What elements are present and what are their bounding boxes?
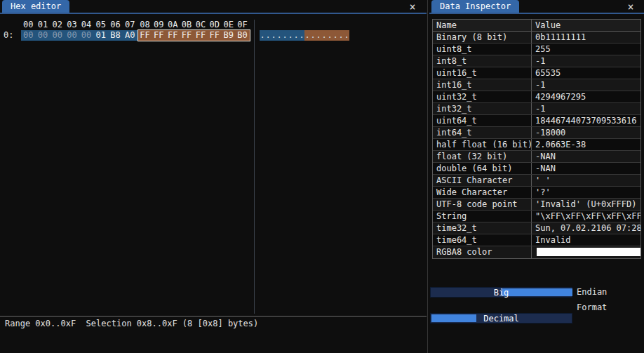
table-row[interactable]: int32_t-1 bbox=[433, 103, 640, 115]
table-row[interactable]: ASCII Character' ' bbox=[433, 175, 640, 187]
hex-byte-cell[interactable]: 00 bbox=[50, 30, 65, 41]
row-value[interactable]: Invalid bbox=[532, 234, 640, 246]
row-value[interactable]: 2.0663E-38 bbox=[532, 139, 640, 150]
hex-byte-cell[interactable]: B0 bbox=[236, 30, 250, 41]
endian-slider[interactable]: Big bbox=[430, 287, 572, 298]
table-row[interactable]: int16_t-1 bbox=[433, 79, 640, 91]
row-value[interactable]: 4294967295 bbox=[532, 91, 640, 102]
ascii-cell[interactable]: . bbox=[327, 30, 333, 41]
ascii-cell[interactable]: . bbox=[265, 30, 271, 41]
ascii-cell[interactable]: . bbox=[293, 30, 299, 41]
ascii-selection-orange[interactable]: ........ bbox=[304, 30, 349, 41]
ascii-cell[interactable]: . bbox=[282, 30, 288, 41]
row-value[interactable]: 65535 bbox=[532, 67, 640, 79]
tabbar-underline bbox=[429, 13, 644, 14]
table-row[interactable]: double (64 bit)-NAN bbox=[433, 163, 640, 175]
ascii-cell[interactable]: . bbox=[321, 30, 327, 41]
row-value[interactable] bbox=[532, 246, 640, 258]
tabbar-underline bbox=[0, 13, 427, 14]
row-value[interactable]: -NAN bbox=[532, 151, 640, 162]
row-value[interactable]: -NAN bbox=[532, 163, 640, 174]
hex-byte-cell[interactable]: FF bbox=[152, 30, 166, 41]
row-value[interactable]: -1 bbox=[532, 103, 640, 114]
row-name: time64_t bbox=[433, 234, 532, 246]
format-slider-value: Decimal bbox=[431, 314, 572, 323]
ascii-cell[interactable]: . bbox=[310, 30, 316, 41]
inspector-table: Name Value Binary (8 bit)0b11111111uint8… bbox=[432, 19, 641, 259]
row-value[interactable]: -1 bbox=[532, 55, 640, 67]
table-row[interactable]: uint16_t65535 bbox=[433, 67, 640, 79]
hex-byte-cell[interactable]: FF bbox=[194, 30, 208, 41]
table-row[interactable]: String"\xFF\xFF\xFF\xFF\xFF" bbox=[433, 211, 640, 222]
table-row[interactable]: RGBA8 color bbox=[433, 246, 640, 258]
ascii-cell[interactable]: . bbox=[304, 30, 310, 41]
table-row[interactable]: uint8_t255 bbox=[433, 44, 640, 55]
row-value[interactable]: ' ' bbox=[532, 175, 640, 186]
row-value[interactable]: 18446744073709533616 bbox=[532, 115, 640, 126]
row-value[interactable]: 'Invalid' (U+0xFFFD) bbox=[532, 199, 640, 210]
table-row[interactable]: uint64_t18446744073709533616 bbox=[433, 115, 640, 127]
row-name: uint32_t bbox=[433, 91, 532, 102]
row-name: uint64_t bbox=[433, 115, 532, 126]
ascii-cell[interactable]: . bbox=[333, 30, 338, 41]
ascii-cell[interactable]: . bbox=[260, 30, 265, 41]
row-name: uint8_t bbox=[433, 44, 532, 55]
row-value[interactable]: '?' bbox=[532, 187, 640, 198]
ascii-cell[interactable]: . bbox=[338, 30, 344, 41]
hex-byte-cell[interactable]: 01 bbox=[93, 30, 108, 41]
rgba8-color-swatch[interactable] bbox=[537, 248, 640, 256]
hex-byte-cell[interactable]: FF bbox=[180, 30, 194, 41]
row-name: int32_t bbox=[433, 103, 532, 114]
row-name: Wide Character bbox=[433, 187, 532, 198]
table-row[interactable]: int8_t-1 bbox=[433, 55, 640, 67]
table-row[interactable]: time32_tSun, 07.02.2106 07:28 bbox=[433, 222, 640, 234]
hex-byte-cell[interactable]: 00 bbox=[36, 30, 51, 41]
hex-byte-cell[interactable]: 00 bbox=[79, 30, 94, 41]
hex-column-header: 07 bbox=[123, 20, 137, 29]
hex-bytes-selection-blue[interactable]: 000000000001B8A0 bbox=[21, 30, 137, 41]
hex-byte-cell[interactable]: FF bbox=[166, 30, 180, 41]
ascii-cell[interactable]: . bbox=[316, 30, 321, 41]
hex-byte-cell[interactable]: B8 bbox=[108, 30, 123, 41]
row-name: int64_t bbox=[433, 127, 532, 138]
hex-byte-cell[interactable]: FF bbox=[208, 30, 222, 41]
hex-column-header: 02 bbox=[50, 20, 65, 29]
row-value[interactable]: Sun, 07.02.2106 07:28 bbox=[532, 222, 640, 234]
hex-byte-cell[interactable]: 00 bbox=[21, 30, 36, 41]
row-value[interactable]: -18000 bbox=[532, 127, 640, 138]
ascii-cell[interactable]: . bbox=[288, 30, 293, 41]
ascii-cell[interactable]: . bbox=[276, 30, 282, 41]
ascii-cell[interactable]: . bbox=[271, 30, 276, 41]
tab-data-inspector[interactable]: Data Inspector bbox=[431, 0, 519, 13]
hex-bytes-selection-orange[interactable]: FFFFFFFFFFFFB9B0 bbox=[138, 30, 250, 41]
row-value[interactable]: "\xFF\xFF\xFF\xFF\xFF" bbox=[532, 211, 640, 222]
row-value[interactable]: 255 bbox=[532, 44, 640, 55]
table-row[interactable]: half float (16 bit)2.0663E-38 bbox=[433, 139, 640, 151]
table-row[interactable]: Wide Character'?' bbox=[433, 187, 640, 199]
hex-byte-cell[interactable]: 00 bbox=[65, 30, 79, 41]
table-row[interactable]: float (32 bit)-NAN bbox=[433, 151, 640, 163]
table-row[interactable]: UTF-8 code point'Invalid' (U+0xFFFD) bbox=[433, 199, 640, 211]
panel-divider[interactable] bbox=[427, 0, 428, 353]
close-icon[interactable]: × bbox=[407, 1, 418, 13]
row-name: uint16_t bbox=[433, 67, 532, 79]
table-row[interactable]: uint32_t4294967295 bbox=[433, 91, 640, 103]
table-row[interactable]: time64_tInvalid bbox=[433, 234, 640, 246]
close-icon[interactable]: × bbox=[625, 1, 636, 13]
row-value[interactable]: -1 bbox=[532, 79, 640, 91]
hex-byte-cell[interactable]: A0 bbox=[123, 30, 137, 41]
row-value[interactable]: 0b11111111 bbox=[532, 32, 640, 43]
hex-column-header: 09 bbox=[152, 20, 166, 29]
hex-column-header: 0B bbox=[180, 20, 194, 29]
hex-column-header: 0E bbox=[222, 20, 236, 29]
table-row[interactable]: int64_t-18000 bbox=[433, 127, 640, 139]
ascii-cell[interactable]: . bbox=[344, 30, 349, 41]
ascii-cell[interactable]: . bbox=[299, 30, 304, 41]
tab-hex-editor[interactable]: Hex editor bbox=[2, 0, 69, 13]
table-row[interactable]: Binary (8 bit)0b11111111 bbox=[433, 32, 640, 44]
format-slider[interactable]: Decimal bbox=[430, 313, 572, 324]
ascii-selection-blue[interactable]: ........ bbox=[260, 30, 304, 41]
hex-byte-cell[interactable]: FF bbox=[138, 30, 152, 41]
hex-column-header: 0F bbox=[236, 20, 250, 29]
hex-byte-cell[interactable]: B9 bbox=[222, 30, 236, 41]
